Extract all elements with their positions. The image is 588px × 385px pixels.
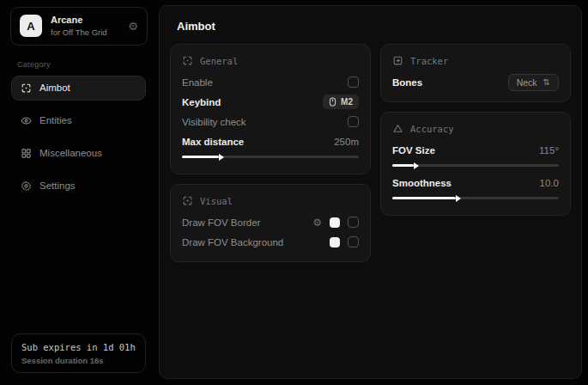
app-titles: Arcane for Off The Grid xyxy=(51,15,107,38)
fov-border-label: Draw FOV Border xyxy=(182,217,260,228)
enable-checkbox[interactable] xyxy=(348,76,359,88)
sidebar-header: A Arcane for Off The Grid ⚙ xyxy=(10,7,148,46)
keybind-value: M2 xyxy=(341,97,353,107)
crosshair-icon xyxy=(182,55,193,66)
app-subtitle: for Off The Grid xyxy=(51,28,107,37)
sidebar-item-label: Miscellaneous xyxy=(39,148,102,158)
fov-size-value: 115° xyxy=(539,145,559,156)
grid-icon xyxy=(21,148,32,159)
subscription-footer: Sub expires in 1d 01h Session duration 1… xyxy=(11,333,146,373)
visibility-row: Visibility check xyxy=(182,112,359,131)
sidebar-item-label: Entities xyxy=(39,115,72,125)
enable-label: Enable xyxy=(182,77,213,88)
fov-size-row: FOV Size 115° xyxy=(392,140,559,160)
tracker-card-header: Tracker xyxy=(392,55,559,66)
sidebar-item-aimbot[interactable]: Aimbot xyxy=(11,76,146,101)
card-title: Visual xyxy=(200,196,233,206)
tracker-card: Tracker Bones Neck ⇅ xyxy=(380,44,571,102)
accuracy-card: Accuracy FOV Size 115° Smoothness 10.0 xyxy=(380,112,571,216)
triangle-icon xyxy=(392,123,403,134)
visibility-checkbox[interactable] xyxy=(348,116,359,127)
bones-selected-value: Neck xyxy=(517,77,537,88)
bones-row: Bones Neck ⇅ xyxy=(392,72,559,92)
card-columns: General Enable Keybind M2 xyxy=(160,33,581,272)
card-title: Accuracy xyxy=(410,124,454,134)
slider-thumb[interactable] xyxy=(456,195,461,202)
page-title: Aimbot xyxy=(160,6,581,33)
fov-background-row: Draw FOV Background xyxy=(182,232,359,252)
keybind-label: Keybind xyxy=(182,97,221,107)
slider-fill xyxy=(392,164,414,167)
keybind-button[interactable]: M2 xyxy=(323,95,359,109)
fov-border-color-swatch[interactable] xyxy=(330,217,340,228)
column-left: General Enable Keybind M2 xyxy=(170,44,371,272)
settings-gear-icon[interactable]: ⚙ xyxy=(128,20,138,33)
sort-arrows-icon: ⇅ xyxy=(543,77,550,87)
fov-border-row: Draw FOV Border ⚙ xyxy=(182,212,359,232)
fov-background-checkbox[interactable] xyxy=(348,236,359,248)
smoothness-label: Smoothness xyxy=(392,178,452,188)
bones-select[interactable]: Neck ⇅ xyxy=(508,74,559,91)
card-title: General xyxy=(200,56,238,66)
max-distance-slider[interactable] xyxy=(182,156,359,158)
sidebar-item-label: Aimbot xyxy=(39,82,70,93)
max-distance-value: 250m xyxy=(334,137,359,147)
sidebar-item-miscellaneous[interactable]: Miscellaneous xyxy=(11,141,146,166)
fov-background-color-swatch[interactable] xyxy=(330,237,340,248)
category-label: Category xyxy=(17,60,140,69)
fov-size-label: FOV Size xyxy=(392,145,435,156)
sub-expiry-text: Sub expires in 1d 01h xyxy=(21,342,136,352)
eye-icon xyxy=(21,115,32,126)
frame-icon xyxy=(182,195,193,206)
fov-border-checkbox[interactable] xyxy=(348,217,359,228)
tracker-icon xyxy=(392,55,403,66)
slider-thumb[interactable] xyxy=(219,154,224,161)
smoothness-slider[interactable] xyxy=(392,197,559,199)
fov-background-controls xyxy=(330,236,359,248)
sidebar-item-label: Settings xyxy=(39,180,76,191)
app-window: A Arcane for Off The Grid ⚙ Category Aim… xyxy=(0,0,588,385)
app-title: Arcane xyxy=(51,15,107,26)
sidebar-nav: Aimbot Entities Miscellaneous xyxy=(4,76,153,199)
app-logo: A xyxy=(20,15,42,37)
bones-label: Bones xyxy=(392,77,422,88)
sidebar: A Arcane for Off The Grid ⚙ Category Aim… xyxy=(4,5,153,379)
sidebar-item-settings[interactable]: Settings xyxy=(11,174,146,199)
gear-icon xyxy=(21,180,32,192)
session-duration-text: Session duration 16s xyxy=(21,356,136,365)
visibility-label: Visibility check xyxy=(182,117,246,127)
accuracy-card-header: Accuracy xyxy=(392,123,559,134)
crosshair-icon xyxy=(21,82,32,94)
fov-border-controls: ⚙ xyxy=(312,217,359,228)
enable-row: Enable xyxy=(182,72,359,92)
visual-card-header: Visual xyxy=(182,195,359,206)
smoothness-value: 10.0 xyxy=(540,178,559,188)
max-distance-label: Max distance xyxy=(182,137,244,147)
keybind-row: Keybind M2 xyxy=(182,92,359,112)
fov-size-slider[interactable] xyxy=(392,164,559,167)
main-panel: Aimbot General Enable xyxy=(159,5,582,379)
general-card: General Enable Keybind M2 xyxy=(170,44,371,174)
slider-thumb[interactable] xyxy=(414,162,419,169)
slider-fill xyxy=(392,197,456,199)
visual-card: Visual Draw FOV Border ⚙ Draw FOV Backgr… xyxy=(170,184,371,262)
slider-fill xyxy=(182,156,219,158)
sidebar-item-entities[interactable]: Entities xyxy=(11,108,146,133)
smoothness-row: Smoothness 10.0 xyxy=(392,173,559,192)
column-right: Tracker Bones Neck ⇅ xyxy=(380,44,571,225)
mouse-icon xyxy=(329,97,336,107)
general-card-header: General xyxy=(182,55,359,66)
max-distance-row: Max distance 250m xyxy=(182,131,359,151)
fov-background-label: Draw FOV Background xyxy=(182,237,283,248)
fov-border-gear-icon[interactable]: ⚙ xyxy=(312,217,322,228)
card-title: Tracker xyxy=(410,56,448,66)
